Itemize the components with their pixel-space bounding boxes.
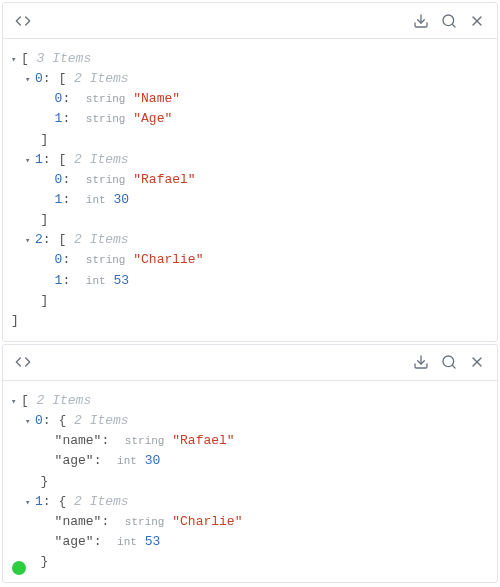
chevron-down-icon[interactable]: ▾ — [25, 235, 35, 249]
value-type: int — [117, 455, 137, 467]
search-icon[interactable] — [441, 354, 457, 370]
value-type: int — [86, 194, 106, 206]
tree-row[interactable]: "age": int 53 — [11, 532, 489, 552]
object-key: "age" — [55, 453, 94, 468]
close-brace: } — [11, 552, 489, 572]
value-type: string — [86, 254, 126, 266]
int-value: 53 — [145, 534, 161, 549]
chevron-down-icon[interactable]: ▾ — [11, 396, 21, 410]
chevron-down-icon[interactable]: ▾ — [11, 54, 21, 68]
svg-line-7 — [452, 366, 455, 369]
tree-row[interactable]: ▾0: { 2 Items — [11, 411, 489, 431]
close-icon[interactable] — [469, 354, 485, 370]
string-value: "Rafael" — [133, 172, 195, 187]
open-bracket: [ — [21, 51, 37, 66]
json-viewer-panel-2: ▾[ 2 Items ▾0: { 2 Items "name": string … — [2, 344, 498, 583]
tree-row[interactable]: ▾[ 2 Items — [11, 391, 489, 411]
chevron-down-icon[interactable]: ▾ — [25, 155, 35, 169]
code-icon — [15, 354, 31, 370]
tree-row[interactable]: ▾[ 3 Items — [11, 49, 489, 69]
tree-row[interactable]: 0: string "Rafael" — [11, 170, 489, 190]
close-icon[interactable] — [469, 13, 485, 29]
value-type: string — [125, 516, 165, 528]
item-count: 2 Items — [74, 71, 129, 86]
array-index: 1 — [35, 152, 43, 167]
item-count: 2 Items — [37, 393, 92, 408]
item-count: 3 Items — [37, 51, 92, 66]
string-value: "Charlie" — [172, 514, 242, 529]
open-bracket: [ — [21, 393, 37, 408]
panel-header — [3, 3, 497, 39]
tree-row[interactable]: ▾1: { 2 Items — [11, 492, 489, 512]
item-count: 2 Items — [74, 413, 129, 428]
chevron-down-icon[interactable]: ▾ — [25, 74, 35, 88]
string-value: "Age" — [133, 111, 172, 126]
object-key: "name" — [55, 514, 102, 529]
code-icon — [15, 13, 31, 29]
tree-row[interactable]: 0: string "Name" — [11, 89, 489, 109]
array-index: 1 — [35, 494, 43, 509]
int-value: 53 — [113, 273, 129, 288]
array-index: 0 — [35, 413, 43, 428]
json-viewer-panel-1: ▾[ 3 Items ▾0: [ 2 Items 0: string "Name… — [2, 2, 498, 342]
item-count: 2 Items — [74, 232, 129, 247]
tree-row[interactable]: ▾0: [ 2 Items — [11, 69, 489, 89]
tree-row[interactable]: 1: int 30 — [11, 190, 489, 210]
panel-header — [3, 345, 497, 381]
panel-body: ▾[ 3 Items ▾0: [ 2 Items 0: string "Name… — [3, 39, 497, 341]
search-icon[interactable] — [441, 13, 457, 29]
close-bracket: ] — [11, 130, 489, 150]
int-value: 30 — [113, 192, 129, 207]
tree-row[interactable]: ▾1: [ 2 Items — [11, 150, 489, 170]
value-type: string — [86, 174, 126, 186]
array-index: 2 — [35, 232, 43, 247]
close-bracket: ] — [11, 311, 489, 331]
tree-row[interactable]: 1: int 53 — [11, 271, 489, 291]
value-type: string — [86, 113, 126, 125]
close-bracket: ] — [11, 210, 489, 230]
int-value: 30 — [145, 453, 161, 468]
tree-row[interactable]: ▾2: [ 2 Items — [11, 230, 489, 250]
panel-body: ▾[ 2 Items ▾0: { 2 Items "name": string … — [3, 381, 497, 582]
object-key: "age" — [55, 534, 94, 549]
chevron-down-icon[interactable]: ▾ — [25, 497, 35, 511]
status-indicator — [12, 561, 26, 575]
tree-row[interactable]: 0: string "Charlie" — [11, 250, 489, 270]
chevron-down-icon[interactable]: ▾ — [25, 416, 35, 430]
close-brace: } — [11, 472, 489, 492]
download-icon[interactable] — [413, 354, 429, 370]
string-value: "Charlie" — [133, 252, 203, 267]
value-type: int — [86, 275, 106, 287]
value-type: int — [117, 536, 137, 548]
object-key: "name" — [55, 433, 102, 448]
tree-row[interactable]: "name": string "Rafael" — [11, 431, 489, 451]
svg-line-2 — [452, 24, 455, 27]
value-type: string — [125, 435, 165, 447]
tree-row[interactable]: "name": string "Charlie" — [11, 512, 489, 532]
close-bracket: ] — [11, 291, 489, 311]
string-value: "Rafael" — [172, 433, 234, 448]
string-value: "Name" — [133, 91, 180, 106]
array-index: 0 — [35, 71, 43, 86]
item-count: 2 Items — [74, 494, 129, 509]
value-type: string — [86, 93, 126, 105]
tree-row[interactable]: "age": int 30 — [11, 451, 489, 471]
tree-row[interactable]: 1: string "Age" — [11, 109, 489, 129]
item-count: 2 Items — [74, 152, 129, 167]
download-icon[interactable] — [413, 13, 429, 29]
